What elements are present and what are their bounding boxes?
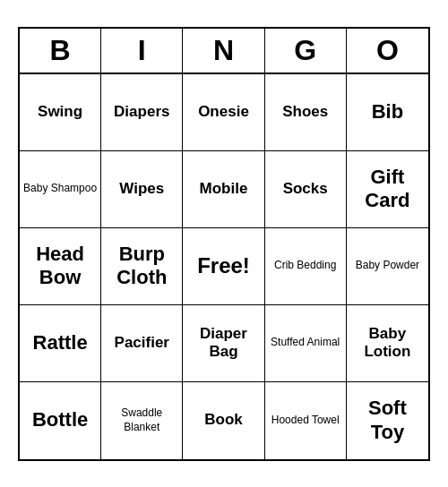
cell-label: Onesie — [198, 103, 249, 121]
cell-r1-c0: Baby Shampoo — [20, 151, 101, 228]
cell-label: Book — [204, 411, 243, 429]
header-letter: O — [347, 29, 428, 73]
cell-label: Swaddle Blanket — [105, 406, 178, 434]
cell-label: Baby Lotion — [350, 325, 425, 362]
cell-r2-c0: Head Bow — [20, 228, 101, 305]
cell-label: Bottle — [32, 408, 88, 431]
cell-r3-c0: Rattle — [20, 305, 101, 382]
cell-r2-c2: Free! — [183, 228, 264, 305]
cell-r1-c2: Mobile — [183, 151, 264, 228]
cell-label: Pacifier — [115, 334, 169, 352]
cell-label: Burp Cloth — [105, 243, 178, 290]
cell-r3-c4: Baby Lotion — [347, 305, 428, 382]
cell-label: Mobile — [200, 180, 248, 198]
cell-label: Bib — [372, 100, 403, 124]
cell-r0-c3: Shoes — [265, 74, 347, 151]
cell-label: Diaper Bag — [186, 325, 260, 362]
cell-r3-c2: Diaper Bag — [183, 305, 264, 382]
cell-label: Rattle — [33, 331, 88, 355]
cell-label: Gift Card — [350, 166, 425, 213]
header-letter: G — [265, 29, 347, 73]
cell-label: Socks — [283, 180, 328, 198]
cell-r4-c3: Hooded Towel — [265, 382, 347, 459]
cell-label: Swing — [38, 103, 82, 121]
cell-r4-c2: Book — [183, 382, 264, 459]
cell-label: Free! — [197, 252, 250, 279]
cell-r1-c3: Socks — [265, 151, 347, 228]
cell-r3-c3: Stuffed Animal — [265, 305, 347, 382]
cell-r2-c3: Crib Bedding — [265, 228, 347, 305]
cell-label: Head Bow — [23, 243, 97, 290]
header-letter: B — [20, 29, 101, 73]
cell-r3-c1: Pacifier — [101, 305, 183, 382]
cell-r4-c1: Swaddle Blanket — [101, 382, 183, 459]
header-letter: I — [101, 29, 183, 73]
cell-r4-c4: Soft Toy — [347, 382, 428, 459]
cell-label: Baby Powder — [356, 259, 419, 273]
bingo-header: BINGO — [20, 29, 428, 74]
cell-label: Baby Shampoo — [23, 182, 97, 196]
cell-r1-c1: Wipes — [101, 151, 183, 228]
cell-r4-c0: Bottle — [20, 382, 101, 459]
cell-r0-c0: Swing — [20, 74, 101, 151]
cell-label: Shoes — [282, 103, 328, 121]
cell-r2-c1: Burp Cloth — [101, 228, 183, 305]
bingo-grid: SwingDiapersOnesieShoesBibBaby ShampooWi… — [20, 74, 428, 459]
cell-r1-c4: Gift Card — [347, 151, 428, 228]
cell-label: Diapers — [114, 103, 169, 121]
cell-r0-c2: Onesie — [183, 74, 264, 151]
header-letter: N — [183, 29, 264, 73]
bingo-card: BINGO SwingDiapersOnesieShoesBibBaby Sha… — [18, 27, 430, 461]
cell-label: Wipes — [119, 180, 164, 198]
cell-r0-c1: Diapers — [101, 74, 183, 151]
cell-r0-c4: Bib — [347, 74, 428, 151]
cell-label: Soft Toy — [350, 397, 425, 444]
cell-label: Hooded Towel — [271, 414, 340, 428]
cell-label: Stuffed Animal — [271, 336, 340, 350]
cell-r2-c4: Baby Powder — [347, 228, 428, 305]
cell-label: Crib Bedding — [274, 259, 336, 273]
